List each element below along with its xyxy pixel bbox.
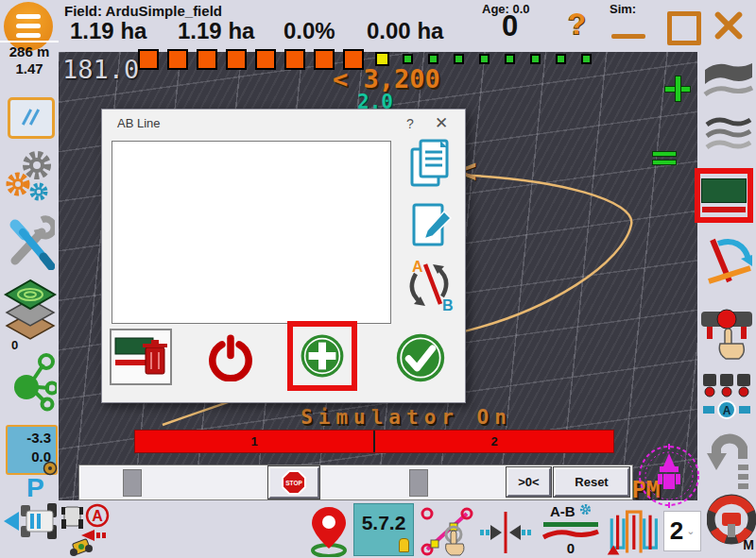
swap-b-label: B (442, 297, 454, 312)
draw-ab-button[interactable] (420, 506, 474, 557)
settings-gears-button[interactable] (6, 149, 55, 204)
hand-icon (719, 329, 744, 359)
sim-stop-button[interactable]: STOP (268, 466, 319, 499)
abline-icon (701, 178, 747, 203)
hand-pointer-icon (446, 527, 464, 555)
lamp-icon (399, 538, 409, 552)
stat-field-area: 1.19 ha (178, 18, 254, 44)
boundary-plus-marker (664, 76, 691, 102)
close-button[interactable] (712, 8, 746, 42)
cross-track-display[interactable]: -3.3 0.0 (6, 425, 58, 475)
hamburger-icon (16, 14, 41, 19)
ok-button[interactable] (395, 332, 446, 383)
simulator-control-panel: STOP >0< Reset (78, 465, 633, 500)
swap-a-label: A (412, 259, 423, 275)
sim-steer-slider-handle[interactable] (123, 469, 142, 497)
green-coverage-square (428, 54, 438, 64)
green-coverage-square (556, 54, 566, 64)
manual-section-button[interactable] (699, 304, 754, 368)
simulator-status-text: Simulator On (236, 406, 576, 429)
auto-section-button[interactable]: A (701, 372, 752, 423)
stat-applied-area: 1.19 ha (70, 18, 146, 44)
section-status-bar: 1 2 (134, 430, 614, 453)
sim-speed-slider-handle[interactable] (409, 469, 428, 497)
gear-small-icon (579, 503, 592, 516)
orange-coverage-square (314, 49, 335, 70)
delete-abline-button[interactable] (110, 329, 172, 385)
help-icon[interactable]: ? (568, 8, 586, 42)
orange-coverage-square (138, 49, 159, 70)
distance-readout: 286 m (0, 43, 59, 59)
curve-mode-button[interactable] (705, 113, 752, 157)
sim-reset-button[interactable]: Reset (554, 467, 629, 497)
maximize-button[interactable] (667, 11, 701, 45)
delete-abline-icon (112, 330, 170, 383)
mini-steer-icon (43, 461, 58, 476)
orange-coverage-square (226, 49, 247, 70)
add-abline-button-highlighted[interactable] (287, 321, 357, 391)
orange-coverage-square (255, 49, 276, 70)
compass-a-label: A (92, 508, 103, 524)
abline-list[interactable] (112, 141, 391, 324)
edit-abline-button[interactable] (408, 200, 454, 251)
cancel-power-button[interactable] (206, 334, 255, 381)
autosteer-toggle-button[interactable]: M (707, 494, 756, 556)
section-2-button[interactable]: 2 (373, 431, 613, 452)
orange-coverage-square (284, 49, 305, 70)
dialog-title: AB Line (117, 116, 161, 130)
sim-zero-button[interactable]: >0< (507, 467, 551, 497)
autosteer-config-button[interactable]: A (59, 503, 112, 556)
stat-percent-done: 0.0% (284, 18, 335, 44)
contour-mode-button[interactable] (703, 57, 754, 106)
abline-dialog: AB Line ? ✕ A B (101, 109, 466, 403)
ab-smooth-button[interactable]: A-B 0 (541, 503, 601, 556)
uturn-button[interactable] (707, 427, 752, 489)
vehicle-locate-button[interactable] (308, 506, 350, 557)
ab-marker (652, 151, 677, 168)
green-coverage-square (581, 54, 592, 64)
flag-counter: 0 (11, 338, 18, 352)
swap-ab-button[interactable]: A B (404, 259, 454, 312)
orange-coverage-square (343, 49, 364, 70)
value-readout: 1.47 (0, 60, 59, 76)
skip-count-value: 2 (670, 516, 683, 546)
chevron-down-icon: ⌄ (686, 525, 695, 537)
skip-count-dropdown[interactable]: 2 ⌄ (663, 511, 701, 551)
dialog-help-button[interactable]: ? (406, 116, 414, 131)
stop-sign-icon: STOP (282, 470, 306, 495)
green-coverage-square (454, 54, 464, 64)
dialog-close-button[interactable]: ✕ (435, 113, 448, 133)
abline-mode-button-highlighted[interactable] (695, 168, 753, 223)
sim-vehicle-compass (635, 442, 703, 510)
yellow-coverage-square (375, 52, 389, 66)
minimize-button[interactable] (611, 34, 645, 39)
ab-angle-button[interactable] (703, 232, 754, 291)
plus-circle-icon (300, 333, 345, 379)
mini-tractor-icon (70, 539, 93, 556)
ab-label: A-B (550, 503, 576, 519)
field-menu-button[interactable] (4, 279, 57, 343)
orange-coverage-square (167, 49, 188, 70)
gps-data-button[interactable] (8, 353, 57, 412)
park-vehicle-button[interactable]: P (2, 477, 59, 548)
green-coverage-square (479, 54, 490, 64)
stat-remaining-area: 0.00 ha (367, 18, 443, 44)
red-curve-icon (542, 527, 599, 540)
sidebar-divider (0, 41, 59, 42)
green-coverage-square (403, 54, 413, 64)
display-settings-button[interactable] (8, 97, 55, 139)
section-1-button[interactable]: 1 (135, 431, 373, 452)
ab-value: 0 (541, 540, 601, 556)
version-button[interactable]: 5.7.2 (353, 503, 414, 556)
field-name-label: Field: ArduSimple_field (64, 3, 222, 19)
tools-button[interactable] (6, 215, 55, 270)
skip-pattern-button[interactable] (605, 504, 660, 557)
manual-mode-label: M (743, 537, 754, 552)
coverage-row (138, 49, 607, 70)
gps-age-label: Age: 0.0 (482, 2, 530, 16)
snap-to-line-button[interactable] (478, 510, 533, 555)
agopengps-window: Field: ArduSimple_field 1.19 ha 1.19 ha … (0, 0, 756, 558)
copy-abline-button[interactable] (408, 138, 454, 189)
auto-label: A (723, 404, 731, 417)
orange-coverage-square (197, 49, 217, 70)
